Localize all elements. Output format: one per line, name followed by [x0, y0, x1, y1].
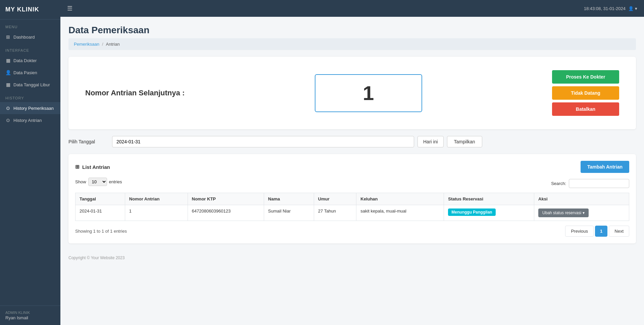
- sidebar-item-label: History Pemeriksaan: [13, 106, 54, 111]
- history-pemeriksaan-icon: ⊙: [5, 105, 11, 111]
- previous-button[interactable]: Previous: [565, 226, 594, 237]
- breadcrumb-separator: /: [102, 42, 103, 47]
- user-dropdown-icon: ▾: [635, 6, 637, 11]
- sidebar: MY KLINIK MENU ⊞ Dashboard INTERFACE ▦ D…: [0, 0, 60, 325]
- main-content: Data Pemeriksaan Pemeriksaan / Antrian N…: [60, 17, 644, 325]
- data-dokter-icon: ▦: [5, 58, 11, 63]
- cell-nama: Sumail Niar: [264, 205, 314, 221]
- cell-status: Menunggu Panggilan: [444, 205, 534, 221]
- col-aksi: Aksi: [534, 193, 629, 205]
- col-umur: Umur: [314, 193, 356, 205]
- hari-ini-button[interactable]: Hari ini: [417, 136, 444, 147]
- next-button[interactable]: Next: [609, 226, 629, 237]
- date-filter: Pilih Tanggal Hari ini Tampilkan: [68, 136, 636, 147]
- datetime-display: 18:43:08, 31-01-2024: [584, 6, 626, 11]
- table-title-text: List Antrian: [82, 164, 110, 170]
- dropdown-icon: ▾: [583, 211, 585, 215]
- user-menu-button[interactable]: 👤 ▾: [628, 6, 637, 11]
- queue-section: Nomor Antrian Selanjutnya : 1 Proses Ke …: [75, 63, 629, 123]
- table-controls: Show 10 25 50 100 entries Search:: [75, 178, 629, 189]
- history-antrian-icon: ⊙: [5, 118, 11, 123]
- tidak-datang-button[interactable]: Tidak Datang: [552, 86, 619, 100]
- queue-actions: Proses Ke Dokter Tidak Datang Batalkan: [552, 70, 619, 116]
- antrian-table: Tanggal Nomor Antrian Nomor KTP Nama Umu…: [75, 193, 629, 221]
- batalkan-button[interactable]: Batalkan: [552, 102, 619, 116]
- date-filter-label: Pilih Tanggal: [68, 139, 109, 144]
- breadcrumb-current: Antrian: [106, 42, 120, 47]
- sidebar-item-data-dokter[interactable]: ▦ Data Dokter: [0, 54, 60, 66]
- table-title: ⊞ List Antrian: [75, 164, 110, 170]
- sidebar-footer: ADMIN KLINIK Ryan Ismail: [0, 306, 60, 325]
- data-pasien-icon: 👤: [5, 70, 11, 75]
- col-tanggal: Tanggal: [76, 193, 125, 205]
- sidebar-item-label: Data Pasien: [13, 70, 37, 75]
- cell-aksi: Ubah status reservasi ▾: [534, 205, 629, 221]
- pagination-info: Showing 1 to 1 of 1 entries: [75, 229, 127, 234]
- entries-label: entries: [109, 179, 122, 184]
- show-label: Show: [75, 179, 86, 184]
- sidebar-item-history-pemeriksaan[interactable]: ⊙ History Pemeriksaan: [0, 102, 60, 114]
- queue-card: Nomor Antrian Selanjutnya : 1 Proses Ke …: [68, 57, 636, 129]
- search-input[interactable]: [569, 179, 629, 188]
- entries-select[interactable]: 10 25 50 100: [88, 178, 107, 186]
- search-label: Search:: [551, 181, 566, 186]
- col-keluhan: Keluhan: [356, 193, 444, 205]
- breadcrumb: Pemeriksaan / Antrian: [68, 38, 636, 50]
- breadcrumb-link-pemeriksaan[interactable]: Pemeriksaan: [74, 42, 99, 47]
- pagination-controls: Previous 1 Next: [565, 226, 629, 237]
- table-header-row: Tanggal Nomor Antrian Nomor KTP Nama Umu…: [76, 193, 629, 205]
- tambah-antrian-button[interactable]: Tambah Antrian: [581, 161, 629, 173]
- page-title: Data Pemeriksaan: [68, 25, 636, 36]
- footer-text: Copyright © Your Website 2023: [68, 256, 125, 260]
- ubah-status-reservasi-button[interactable]: Ubah status reservasi ▾: [538, 208, 589, 217]
- sidebar-item-label: History Antrian: [13, 118, 42, 123]
- topbar-right: 18:43:08, 31-01-2024 👤 ▾: [584, 6, 637, 11]
- queue-number: 1: [363, 82, 374, 104]
- sidebar-item-dashboard[interactable]: ⊞ Dashboard: [0, 31, 60, 43]
- data-tanggal-libur-icon: ▦: [5, 82, 11, 87]
- table-header: ⊞ List Antrian Tambah Antrian: [75, 161, 629, 173]
- tampilkan-button[interactable]: Tampilkan: [447, 136, 482, 147]
- cell-keluhan: sakit kepala, mual-mual: [356, 205, 444, 221]
- cell-umur: 27 Tahun: [314, 205, 356, 221]
- sidebar-item-label: Data Tanggal Libur: [13, 82, 50, 87]
- col-nomor-ktp: Nomor KTP: [188, 193, 264, 205]
- table-row: 2024-01-31 1 6472080603960123 Sumail Nia…: [76, 205, 629, 221]
- sidebar-item-data-tanggal-libur[interactable]: ▦ Data Tanggal Libur: [0, 79, 60, 91]
- menu-toggle-button[interactable]: ☰: [67, 5, 72, 12]
- proses-ke-dokter-button[interactable]: Proses Ke Dokter: [552, 70, 619, 84]
- date-filter-input[interactable]: [112, 136, 414, 147]
- page-number-button[interactable]: 1: [595, 226, 607, 237]
- cell-nomor-ktp: 6472080603960123: [188, 205, 264, 221]
- interface-section-label: INTERFACE: [0, 43, 60, 54]
- sidebar-item-data-pasien[interactable]: 👤 Data Pasien: [0, 66, 60, 79]
- cell-nomor-antrian: 1: [125, 205, 188, 221]
- col-nama: Nama: [264, 193, 314, 205]
- sidebar-item-label: Data Dokter: [13, 58, 37, 63]
- col-status-reservasi: Status Reservasi: [444, 193, 534, 205]
- user-icon: 👤: [628, 6, 634, 11]
- cell-tanggal: 2024-01-31: [76, 205, 125, 221]
- table-icon: ⊞: [75, 164, 80, 170]
- sidebar-item-history-antrian[interactable]: ⊙ History Antrian: [0, 114, 60, 126]
- dashboard-icon: ⊞: [5, 34, 11, 40]
- queue-label: Nomor Antrian Selanjutnya :: [85, 89, 185, 97]
- footer: Copyright © Your Website 2023: [68, 250, 636, 262]
- col-nomor-antrian: Nomor Antrian: [125, 193, 188, 205]
- show-entries: Show 10 25 50 100 entries: [75, 178, 122, 186]
- admin-label: ADMIN KLINIK: [5, 311, 55, 315]
- app-logo: MY KLINIK: [0, 0, 60, 19]
- history-section-label: HISTORY: [0, 91, 60, 102]
- menu-section-label: MENU: [0, 19, 60, 31]
- admin-name: Ryan Ismail: [5, 315, 55, 320]
- table-card: ⊞ List Antrian Tambah Antrian Show 10 25…: [68, 154, 636, 243]
- queue-number-box: 1: [315, 74, 422, 112]
- status-badge: Menunggu Panggilan: [448, 208, 495, 216]
- search-box: Search:: [551, 179, 629, 188]
- topbar: ☰ 18:43:08, 31-01-2024 👤 ▾: [60, 0, 644, 17]
- pagination-section: Showing 1 to 1 of 1 entries Previous 1 N…: [75, 226, 629, 237]
- sidebar-item-label: Dashboard: [13, 35, 35, 40]
